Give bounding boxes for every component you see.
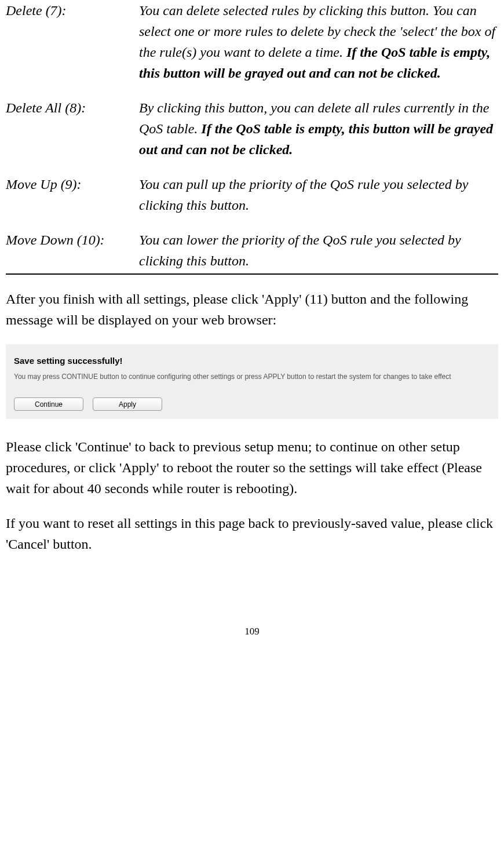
apply-button[interactable]: Apply — [93, 397, 162, 411]
definition-move-down: Move Down (10): You can lower the priori… — [6, 229, 498, 271]
page-number: 109 — [6, 624, 498, 651]
definition-desc: By clicking this button, you can delete … — [139, 97, 498, 160]
paragraph-continue-instructions: Please click 'Continue' to back to previ… — [6, 436, 498, 499]
desc-normal-text: You can lower the priority of the QoS ru… — [139, 232, 461, 268]
dialog-text: You may press CONTINUE button to continu… — [14, 373, 490, 382]
continue-button[interactable]: Continue — [14, 397, 83, 411]
definition-term: Delete All (8): — [6, 97, 139, 160]
definition-list: Delete (7): You can delete selected rule… — [6, 0, 498, 271]
desc-normal-text: You can pull up the priority of the QoS … — [139, 177, 468, 213]
definition-desc: You can pull up the priority of the QoS … — [139, 174, 498, 216]
save-success-dialog: Save setting successfully! You may press… — [6, 344, 498, 419]
definition-move-up: Move Up (9): You can pull up the priorit… — [6, 174, 498, 216]
dialog-title: Save setting successfully! — [14, 355, 490, 368]
definition-desc: You can lower the priority of the QoS ru… — [139, 229, 498, 271]
definition-term: Delete (7): — [6, 0, 139, 83]
definition-term: Move Down (10): — [6, 229, 139, 271]
paragraph-reset-instructions: If you want to reset all settings in thi… — [6, 513, 498, 554]
definition-delete: Delete (7): You can delete selected rule… — [6, 0, 498, 83]
section-divider — [6, 273, 498, 275]
dialog-button-row: Continue Apply — [14, 397, 490, 411]
definition-term: Move Up (9): — [6, 174, 139, 216]
paragraph-apply-intro: After you finish with all settings, plea… — [6, 289, 498, 330]
definition-delete-all: Delete All (8): By clicking this button,… — [6, 97, 498, 160]
definition-desc: You can delete selected rules by clickin… — [139, 0, 498, 83]
